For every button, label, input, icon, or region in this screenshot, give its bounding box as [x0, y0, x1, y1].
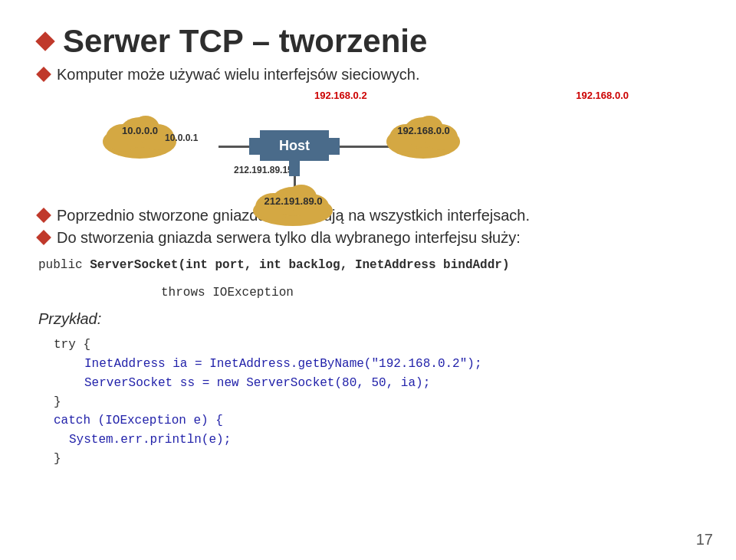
example-label: Przykład:: [38, 310, 698, 328]
code-end-brace: }: [54, 450, 698, 469]
code-signature: public ServerSocket(int port, int backlo…: [38, 256, 698, 276]
code-public: public: [38, 258, 90, 272]
code-throws: throws IOException: [38, 283, 698, 303]
line-2: [340, 146, 389, 148]
code-method: ServerSocket(int port, int backlog, Inet…: [90, 258, 509, 272]
code-ss-text: ServerSocket ss = new ServerSocket(80, 5…: [84, 376, 430, 390]
cloud-3: 192.168.0.0: [383, 103, 464, 164]
slide: Serwer TCP – tworzenie Komputer może uży…: [0, 0, 736, 560]
code-close-brace: }: [54, 393, 698, 412]
bullet-3-text: Do stworzenia gniazda serwera tylko dla …: [57, 229, 521, 247]
connector-left: [249, 138, 260, 155]
bullet-diamond-2: [36, 208, 51, 223]
code-example: try { InetAddress ia = InetAddress.getBy…: [54, 336, 698, 469]
code-println: System.err.println(e);: [54, 431, 698, 450]
network-diagram: 192.168.0.2 192.168.0.0 10.0.0.0 10.0.0.…: [100, 88, 636, 207]
bullet-diamond-3: [36, 230, 51, 245]
code-println-text: System.err.println(e);: [69, 433, 231, 447]
code-catch-text: catch (IOException e) {: [54, 414, 223, 427]
ip-192-168-0-0-top: 192.168.0.0: [576, 90, 629, 101]
cloud-1: 10.0.0.0: [100, 103, 180, 164]
bullet-1-text: Komputer może używać wielu interfejsów s…: [57, 66, 420, 84]
cloud-4-label: 212.191.89.0: [249, 195, 337, 207]
bullet-3: Do stworzenia gniazda serwera tylko dla …: [38, 229, 698, 247]
code-line-ia: InetAddress ia = InetAddress.getByName("…: [54, 355, 698, 374]
bullet-1: Komputer może używać wielu interfejsów s…: [38, 66, 698, 84]
bullet-diamond-1: [36, 67, 51, 82]
host-box: Host: [260, 130, 329, 161]
code-throws-text: throws IOException: [161, 286, 294, 300]
page-number: 17: [696, 531, 713, 549]
host-label: Host: [279, 138, 310, 154]
cloud-3-label: 192.168.0.0: [383, 125, 464, 136]
code-ia-text: InetAddress ia = InetAddress.getByName("…: [84, 357, 481, 371]
code-brace-text: }: [54, 395, 61, 409]
slide-title: Serwer TCP – tworzenie: [38, 23, 698, 60]
code-try: try {: [54, 336, 698, 355]
ip-192-168-0-2: 192.168.0.2: [314, 90, 367, 101]
cloud-1-label: 10.0.0.0: [100, 125, 180, 136]
code-try-text: try {: [54, 338, 90, 352]
bullet-2: Poprzednio stworzone gniazda nasłuchują …: [38, 207, 698, 224]
code-end-text: }: [54, 452, 61, 466]
connector-right-top: [329, 138, 340, 155]
title-text: Serwer TCP – tworzenie: [63, 23, 427, 60]
code-line-ss: ServerSocket ss = new ServerSocket(80, 5…: [54, 374, 698, 393]
cloud-4: 212.191.89.0: [249, 174, 337, 231]
title-diamond-icon: [35, 31, 54, 51]
code-catch: catch (IOException e) {: [54, 411, 698, 431]
